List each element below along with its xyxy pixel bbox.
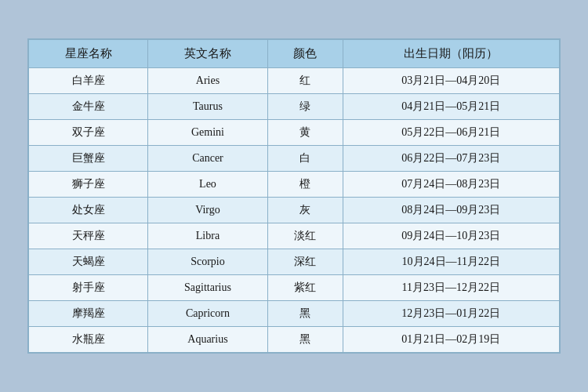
cell-color: 绿: [267, 94, 343, 120]
cell-dates: 11月23日—12月22日: [343, 275, 559, 301]
table-row: 双子座Gemini黄05月22日—06月21日: [29, 120, 560, 146]
table-row: 天秤座Libra淡红09月24日—10月23日: [29, 223, 560, 249]
cell-english-name: Taurus: [148, 94, 267, 120]
cell-english-name: Libra: [148, 223, 267, 249]
cell-dates: 08月24日—09月23日: [343, 198, 559, 223]
cell-color: 橙: [267, 172, 343, 198]
cell-dates: 12月23日—01月22日: [343, 301, 559, 327]
zodiac-table: 星座名称 英文名称 颜色 出生日期（阳历） 白羊座Aries红03月21日—04…: [28, 39, 560, 353]
cell-color: 黑: [267, 327, 343, 353]
cell-color: 深红: [267, 249, 343, 275]
table-row: 白羊座Aries红03月21日—04月20日: [29, 68, 560, 94]
cell-color: 灰: [267, 198, 343, 223]
cell-chinese-name: 狮子座: [29, 172, 148, 198]
table-row: 巨蟹座Cancer白06月22日—07月23日: [29, 146, 560, 172]
header-birthdate: 出生日期（阳历）: [343, 40, 559, 68]
cell-color: 黑: [267, 301, 343, 327]
cell-dates: 06月22日—07月23日: [343, 146, 559, 172]
header-english-name: 英文名称: [148, 40, 267, 68]
cell-dates: 01月21日—02月19日: [343, 327, 559, 353]
cell-chinese-name: 双子座: [29, 120, 148, 146]
header-color: 颜色: [267, 40, 343, 68]
cell-color: 红: [267, 68, 343, 94]
cell-color: 白: [267, 146, 343, 172]
table-row: 处女座Virgo灰08月24日—09月23日: [29, 198, 560, 223]
cell-english-name: Cancer: [148, 146, 267, 172]
header-chinese-name: 星座名称: [29, 40, 148, 68]
table-row: 天蝎座Scorpio深红10月24日—11月22日: [29, 249, 560, 275]
cell-dates: 07月24日—08月23日: [343, 172, 559, 198]
cell-chinese-name: 白羊座: [29, 68, 148, 94]
cell-chinese-name: 金牛座: [29, 94, 148, 120]
table-row: 摩羯座Capricorn黑12月23日—01月22日: [29, 301, 560, 327]
cell-dates: 10月24日—11月22日: [343, 249, 559, 275]
cell-english-name: Aries: [148, 68, 267, 94]
cell-color: 黄: [267, 120, 343, 146]
table-row: 水瓶座Aquarius黑01月21日—02月19日: [29, 327, 560, 353]
cell-dates: 04月21日—05月21日: [343, 94, 559, 120]
table-header-row: 星座名称 英文名称 颜色 出生日期（阳历）: [29, 40, 560, 68]
cell-dates: 05月22日—06月21日: [343, 120, 559, 146]
cell-english-name: Virgo: [148, 198, 267, 223]
cell-color: 淡红: [267, 223, 343, 249]
cell-english-name: Leo: [148, 172, 267, 198]
cell-chinese-name: 射手座: [29, 275, 148, 301]
cell-english-name: Aquarius: [148, 327, 267, 353]
cell-chinese-name: 水瓶座: [29, 327, 148, 353]
cell-dates: 09月24日—10月23日: [343, 223, 559, 249]
cell-english-name: Capricorn: [148, 301, 267, 327]
table-row: 狮子座Leo橙07月24日—08月23日: [29, 172, 560, 198]
cell-chinese-name: 处女座: [29, 198, 148, 223]
table-body: 白羊座Aries红03月21日—04月20日金牛座Taurus绿04月21日—0…: [29, 68, 560, 353]
cell-chinese-name: 摩羯座: [29, 301, 148, 327]
cell-color: 紫红: [267, 275, 343, 301]
cell-english-name: Gemini: [148, 120, 267, 146]
zodiac-table-container: 星座名称 英文名称 颜色 出生日期（阳历） 白羊座Aries红03月21日—04…: [27, 38, 561, 354]
table-row: 射手座Sagittarius紫红11月23日—12月22日: [29, 275, 560, 301]
cell-dates: 03月21日—04月20日: [343, 68, 559, 94]
cell-english-name: Sagittarius: [148, 275, 267, 301]
table-row: 金牛座Taurus绿04月21日—05月21日: [29, 94, 560, 120]
cell-chinese-name: 天蝎座: [29, 249, 148, 275]
cell-chinese-name: 巨蟹座: [29, 146, 148, 172]
cell-chinese-name: 天秤座: [29, 223, 148, 249]
cell-english-name: Scorpio: [148, 249, 267, 275]
